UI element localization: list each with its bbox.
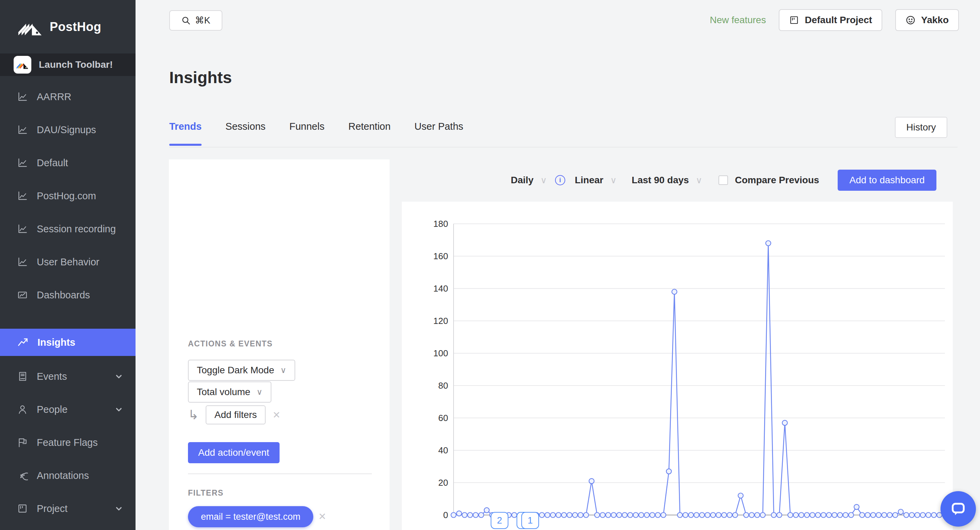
history-button[interactable]: History [895,117,947,138]
project-switcher-button[interactable]: Default Project [779,9,882,31]
sidebar-item-dau-signups[interactable]: DAU/Signups [0,119,135,141]
posthog-hedgehog-icon [18,17,42,37]
project-name: Default Project [805,14,872,25]
nested-arrow-icon: ↳ [188,408,199,421]
insight-tabs: Trends Sessions Funnels Retention User P… [169,121,463,146]
trend-chart-card [402,202,953,530]
sidebar-item-aarrr[interactable]: AARRR [0,86,135,108]
page-title: Insights [169,68,232,87]
search-icon [181,16,191,25]
new-features-link[interactable]: New features [710,14,766,25]
sidebar-item-session-recording[interactable]: Session recording [0,218,135,240]
sidebar-item-events[interactable]: Events [0,366,135,387]
trending-up-icon [17,337,29,348]
compare-previous-checkbox[interactable] [719,175,728,185]
chart-line-icon [17,256,28,267]
chat-launcher-button[interactable] [940,491,976,527]
chevron-down-icon: ∨ [256,387,262,397]
sidebar-item-insights[interactable]: Insights [0,329,135,356]
chevron-down-icon: ∨ [696,175,702,186]
chevron-down-icon: ∨ [540,175,547,186]
dashboard-chart-icon [17,290,28,301]
tab-sessions[interactable]: Sessions [226,121,266,146]
sidebar-item-annotations[interactable]: Annotations [0,465,135,486]
filters-label: FILTERS [188,489,224,498]
filter-pill-email[interactable]: email = tester@test.com [188,506,313,527]
flag-icon [17,437,28,448]
display-dropdown[interactable]: Linear [575,175,603,186]
pagination-page-1-button[interactable]: 1 [521,512,539,529]
sidebar-item-posthog-com[interactable]: PostHog.com [0,185,135,207]
topbar-right: New features Default Project Yakko [710,9,959,31]
chart-line-icon [17,158,28,168]
chart-controls: Daily ∨ i Linear ∨ Last 90 days ∨ Compar… [511,170,936,191]
launch-toolbar-label: Launch Toolbar! [39,59,113,70]
tab-user-paths[interactable]: User Paths [414,121,463,146]
sidebar-item-feature-flags[interactable]: Feature Flags [0,431,135,454]
tab-trends[interactable]: Trends [169,121,202,146]
posthog-logo[interactable]: PostHog [0,0,135,54]
interval-dropdown[interactable]: Daily [511,175,534,186]
remove-filter-x-icon[interactable]: ✕ [318,511,326,522]
launch-toolbar-button[interactable]: Launch Toolbar! [0,54,135,76]
logo-text: PostHog [50,20,102,34]
speech-bubble-icon [17,470,28,481]
chevron-down-icon: ∨ [610,175,617,186]
project-board-icon [17,503,28,514]
sidebar-item-default[interactable]: Default [0,152,135,174]
chart-line-icon [17,223,28,234]
global-search-button[interactable]: ⌘K [169,10,222,31]
compare-previous-label: Compare Previous [735,175,819,186]
search-shortcut: ⌘K [195,15,210,26]
sidebar: PostHog Launch Toolbar! AARRR DAU/Signup… [0,0,135,530]
chat-bubble-icon [948,499,968,519]
journal-icon [17,371,28,382]
divider [188,473,372,474]
tab-funnels[interactable]: Funnels [290,121,325,146]
date-range-dropdown[interactable]: Last 90 days [632,175,689,186]
person-icon [17,404,28,415]
add-action-event-button[interactable]: Add action/event [188,442,280,463]
sidebar-item-user-behavior[interactable]: User Behavior [0,251,135,273]
chevron-down-icon [115,405,123,414]
sidebar-item-project[interactable]: Project [0,498,135,519]
user-name: Yakko [921,14,949,25]
toolbar-hedgehog-icon [14,56,31,73]
chevron-down-icon: ∨ [280,366,286,375]
chart-line-icon [17,91,28,102]
posthog-app: PostHog Launch Toolbar! AARRR DAU/Signup… [0,0,980,530]
pagination-page-2-button[interactable]: 2 [491,512,508,529]
smiley-icon [905,15,916,25]
pagination-page-1-group: 1 [517,512,539,529]
chart-line-icon [17,124,28,135]
chart-line-icon [17,190,28,201]
remove-event-x-icon[interactable]: ✕ [272,409,280,421]
chevron-down-icon [115,504,123,513]
user-menu-button[interactable]: Yakko [895,9,959,31]
add-entity-filters-button[interactable]: Add filters [206,405,266,424]
sidebar-item-people[interactable]: People [0,398,135,420]
info-icon[interactable]: i [555,175,565,185]
math-select-dropdown[interactable]: Total volume ∨ [188,382,271,403]
tabs-divider [169,147,958,148]
event-select-dropdown[interactable]: Toggle Dark Mode ∨ [188,360,295,381]
query-builder-panel: ACTIONS & EVENTS Toggle Dark Mode ∨ Tota… [169,159,390,530]
sidebar-item-dashboards[interactable]: Dashboards [0,284,135,306]
project-board-icon [789,15,799,25]
actions-events-label: ACTIONS & EVENTS [188,339,273,349]
add-to-dashboard-button[interactable]: Add to dashboard [838,170,936,191]
tab-retention[interactable]: Retention [348,121,391,146]
chevron-down-icon [115,372,123,381]
